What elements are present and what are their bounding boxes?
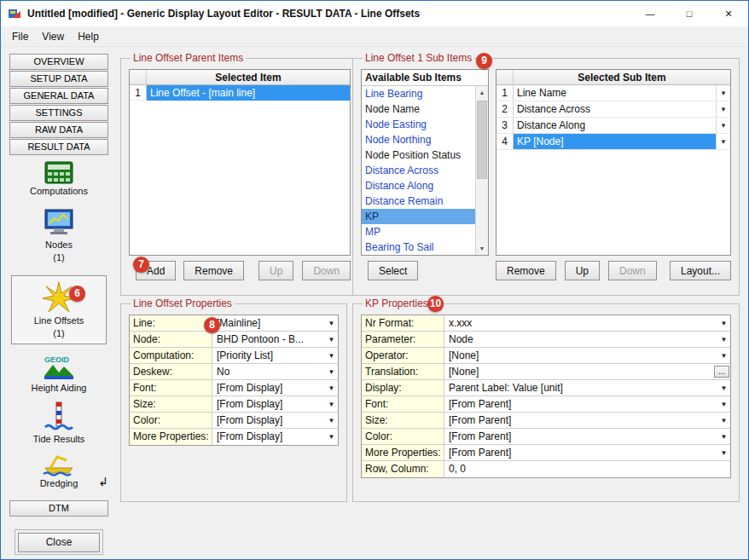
sub-item-label[interactable]: KP [Node] [514, 134, 716, 149]
sub-item-label[interactable]: Distance Along [514, 118, 716, 133]
sidebar-item-line-offsets[interactable]: Line Offsets (1) [11, 275, 107, 344]
node-dropdown[interactable]: BHD Pontoon - B... [212, 332, 325, 347]
chevron-down-icon[interactable] [325, 332, 338, 347]
chevron-down-icon[interactable] [717, 413, 730, 428]
list-item[interactable]: Distance Remain [362, 193, 475, 209]
sidebar-item-tide-results[interactable]: Tide Results [9, 401, 108, 445]
property-label: Computation: [130, 348, 212, 363]
chevron-down-icon[interactable] [717, 396, 730, 412]
list-item-selected[interactable]: KP [362, 209, 475, 224]
kp-size-dropdown[interactable]: [From Parent] [444, 413, 717, 428]
table-row[interactable]: 3 Distance Along [496, 118, 730, 134]
list-item[interactable]: Distance Along [362, 178, 475, 193]
scrollbar[interactable] [475, 86, 488, 255]
ellipsis-button[interactable]: ... [714, 366, 729, 378]
maximize-button[interactable]: □ [670, 1, 709, 26]
chevron-down-icon[interactable] [717, 380, 730, 395]
tool-count: (1) [53, 328, 64, 339]
sidebar-item-overview[interactable]: OVERVIEW [9, 54, 108, 70]
scrollbar-track[interactable] [476, 99, 488, 242]
table-row[interactable]: 2 Distance Across [496, 101, 730, 118]
list-item[interactable]: Node Position Status [362, 147, 475, 163]
sidebar-item-settings[interactable]: SETTINGS [9, 105, 108, 121]
minimize-button[interactable]: — [630, 1, 670, 26]
property-label: Row, Column: [362, 461, 444, 477]
chevron-down-icon[interactable] [716, 134, 730, 149]
chevron-down-icon[interactable] [717, 348, 730, 363]
chevron-down-icon[interactable] [325, 413, 338, 428]
property-label: Size: [362, 413, 444, 428]
scroll-down-icon[interactable] [476, 242, 488, 255]
translation-field[interactable]: [None] [444, 364, 713, 379]
sidebar-item-height-aiding[interactable]: GEOID Height Aiding [9, 354, 108, 394]
nr-format-dropdown[interactable]: x.xxx [444, 315, 717, 331]
sub-item-label[interactable]: Distance Across [514, 101, 716, 117]
chevron-down-icon[interactable] [325, 396, 338, 412]
chevron-down-icon[interactable] [716, 118, 730, 133]
sidebar-item-dtm[interactable]: DTM [9, 500, 108, 517]
list-item[interactable]: Bearing To Sail [362, 240, 475, 255]
size-dropdown[interactable]: [From Display] [212, 396, 325, 412]
sub-item-label[interactable]: Line Name [514, 85, 716, 101]
down-button[interactable]: Down [302, 261, 351, 280]
sidebar-item-dredging[interactable]: Dredging [9, 451, 108, 489]
operator-dropdown[interactable]: [None] [444, 348, 717, 363]
parameter-dropdown[interactable]: Node [444, 332, 717, 347]
property-label: Deskew: [130, 364, 212, 379]
kp-font-dropdown[interactable]: [From Parent] [444, 396, 717, 412]
table-row-selected[interactable]: 4 KP [Node] [496, 134, 730, 150]
list-item[interactable]: Node Name [362, 101, 475, 117]
chevron-down-icon[interactable] [325, 348, 338, 363]
table-row[interactable]: 1 Line Offset - [main line] [130, 85, 350, 101]
scroll-up-icon[interactable] [476, 86, 488, 99]
select-button[interactable]: Select [368, 261, 418, 280]
chevron-down-icon[interactable] [716, 85, 730, 101]
list-item[interactable]: MP [362, 224, 475, 240]
sidebar-item-computations[interactable]: Computations [9, 161, 108, 197]
deskew-dropdown[interactable]: No [212, 364, 325, 379]
chevron-down-icon[interactable] [325, 315, 338, 331]
list-item[interactable]: Node Easting [362, 117, 475, 132]
chevron-down-icon[interactable] [717, 332, 730, 347]
list-item[interactable]: Distance Across [362, 163, 475, 178]
chevron-down-icon[interactable] [717, 445, 730, 460]
scrollbar-thumb[interactable] [477, 101, 487, 179]
font-dropdown[interactable]: [From Display] [212, 380, 325, 395]
layout-button[interactable]: Layout... [670, 261, 731, 280]
close-window-button[interactable]: ✕ [709, 1, 748, 26]
display-dropdown[interactable]: Parent Label: Value [unit] [444, 380, 717, 395]
chevron-down-icon[interactable] [716, 101, 730, 117]
list-item[interactable]: Line Bearing [362, 86, 475, 101]
parent-item-label[interactable]: Line Offset - [main line] [147, 85, 350, 101]
sidebar-item-nodes[interactable]: Nodes (1) [9, 209, 108, 263]
sidebar-item-general-data[interactable]: GENERAL DATA [9, 88, 108, 104]
chevron-down-icon[interactable] [325, 429, 338, 445]
down-sub-button[interactable]: Down [608, 261, 657, 280]
line-dropdown[interactable]: [Mainline] [212, 315, 325, 331]
property-label: Font: [130, 380, 212, 395]
menu-help[interactable]: Help [71, 28, 106, 45]
chevron-down-icon[interactable] [717, 429, 730, 444]
up-button[interactable]: Up [258, 261, 293, 280]
up-sub-button[interactable]: Up [565, 261, 600, 280]
dialog-window: Untitled [modified] - Generic Display La… [0, 0, 749, 560]
more-properties-dropdown[interactable]: [From Display] [212, 429, 325, 445]
kp-more-properties-dropdown[interactable]: [From Parent] [444, 445, 717, 460]
chevron-down-icon[interactable] [717, 315, 730, 331]
close-button[interactable]: Close [18, 533, 100, 552]
computation-dropdown[interactable]: [Priority List] [212, 348, 325, 363]
chevron-down-icon[interactable] [325, 364, 338, 379]
menu-file[interactable]: File [5, 28, 35, 45]
remove-sub-button[interactable]: Remove [496, 261, 556, 280]
sidebar-item-setup-data[interactable]: SETUP DATA [9, 71, 108, 87]
sidebar-item-result-data[interactable]: RESULT DATA [9, 139, 108, 155]
chevron-down-icon[interactable] [325, 380, 338, 395]
color-dropdown[interactable]: [From Display] [212, 413, 325, 428]
remove-button[interactable]: Remove [183, 261, 244, 280]
menu-view[interactable]: View [35, 28, 71, 45]
list-item[interactable]: Node Northing [362, 132, 475, 147]
table-row[interactable]: 1 Line Name [496, 85, 730, 101]
kp-color-dropdown[interactable]: [From Parent] [444, 429, 717, 444]
sidebar-item-raw-data[interactable]: RAW DATA [9, 122, 108, 138]
row-number: 2 [496, 101, 514, 117]
